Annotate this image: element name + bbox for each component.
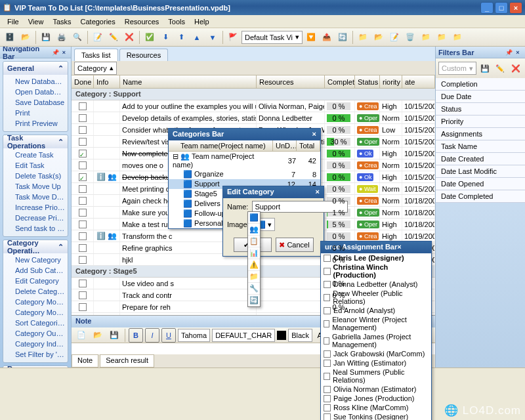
nav-link[interactable]: New Database … — [15, 76, 65, 87]
resource-checkbox[interactable] — [324, 373, 330, 380]
nav-link[interactable]: Edit Task — [15, 160, 65, 171]
pin-icon[interactable]: 📌 — [51, 48, 60, 57]
nav-link[interactable]: Category Move Down — [15, 307, 65, 318]
col-date[interactable]: ate — [402, 75, 435, 88]
filter-field[interactable]: Due Date — [436, 91, 525, 103]
done-checkbox[interactable] — [79, 138, 87, 146]
resource-checkbox[interactable] — [324, 268, 331, 275]
iconopt-6[interactable]: 📁 — [248, 271, 260, 283]
new-db-icon[interactable]: 🗄️ — [3, 30, 17, 45]
resource-checkbox[interactable] — [324, 404, 331, 411]
iconopt-3[interactable]: 📋 — [248, 236, 260, 247]
note-new-icon[interactable]: 📄 — [74, 328, 89, 343]
resource-checkbox[interactable] — [324, 350, 331, 358]
note-tab-search[interactable]: Search result — [100, 354, 154, 368]
filter-del-icon[interactable]: ❌ — [509, 61, 522, 75]
info-icon[interactable]: ℹ️ 👥 — [96, 173, 117, 181]
nav-group-header[interactable]: Category Operati…⌃ — [3, 240, 68, 253]
done-checkbox[interactable] — [79, 232, 87, 240]
resource-checkbox[interactable] — [324, 413, 331, 421]
nav-link[interactable]: Print Preview — [15, 118, 65, 129]
filter-field[interactable]: Date Last Modific — [436, 165, 525, 178]
menu-view[interactable]: View — [24, 16, 49, 27]
menu-tools[interactable]: Tools — [163, 16, 190, 27]
nav-link[interactable]: Add Sub Category — [15, 265, 65, 276]
menu-categories[interactable]: Categories — [76, 16, 120, 27]
editcat-close-icon[interactable]: × — [316, 188, 320, 197]
done-checkbox[interactable] — [79, 150, 87, 158]
nav-link[interactable]: New Category — [15, 255, 65, 265]
done-checkbox[interactable] — [79, 126, 87, 134]
nav-link[interactable]: Create Task — [15, 150, 65, 160]
iconopt-4[interactable]: 📊 — [248, 247, 260, 259]
resource-item[interactable]: Paige Jones (Production) — [321, 394, 431, 403]
iconopt-5[interactable]: ⚠️ — [248, 259, 260, 271]
filter-field[interactable]: Assignments — [436, 128, 525, 140]
resource-checkbox[interactable] — [324, 320, 329, 327]
collapse-icon[interactable]: ⌃ — [58, 64, 64, 73]
filter-save-icon[interactable]: 💾 — [478, 61, 492, 75]
nav-link[interactable]: Task Move Up — [15, 181, 65, 192]
nav-link[interactable]: Category Indent — [15, 339, 65, 349]
nav-link[interactable]: Open Database … — [15, 87, 65, 97]
group-by-combo[interactable]: Category ▴ — [74, 62, 117, 75]
edit-task-icon[interactable]: ✏️ — [106, 30, 121, 45]
done-checkbox[interactable] — [79, 114, 87, 122]
done-checkbox[interactable] — [79, 256, 87, 264]
nav-group-header[interactable]: Resource Operati…⌃ — [3, 366, 68, 368]
delete-task-icon[interactable]: ❌ — [122, 30, 136, 45]
filter-edit-icon[interactable]: ✏️ — [494, 61, 507, 75]
nav-link[interactable]: Decrease Priority — [15, 213, 65, 223]
font-combo[interactable]: Tahoma — [178, 329, 210, 342]
resource-item[interactable]: Jack Grabowski (MarComm) — [321, 349, 431, 358]
resource-checkbox[interactable] — [324, 386, 331, 393]
nav-link[interactable]: Delete Task(s) — [15, 171, 65, 181]
col-name[interactable]: Name — [120, 75, 257, 88]
filters-close-icon[interactable]: × — [513, 48, 522, 57]
filters-pin-icon[interactable]: 📌 — [504, 48, 513, 57]
filter-field[interactable]: Priority — [436, 116, 525, 128]
up-icon[interactable]: ⬆ — [174, 30, 188, 45]
minimize-button[interactable]: _ — [480, 2, 494, 14]
category-row[interactable]: Category : Support — [72, 89, 435, 100]
nav-link[interactable]: Print — [15, 108, 65, 118]
info-icon[interactable]: ℹ️ 👥 — [96, 232, 117, 240]
underline-button[interactable]: U — [161, 328, 176, 343]
pri-up-icon[interactable]: ▲ — [190, 30, 204, 45]
col-resources[interactable]: Resources — [257, 75, 325, 88]
nav-link[interactable]: Sort Categories — [15, 318, 65, 328]
col-complete[interactable]: Complete — [325, 75, 355, 88]
note-tab-note[interactable]: Note — [72, 354, 98, 368]
filter-field[interactable]: Status — [436, 103, 525, 116]
nav-link[interactable]: Set Filter by 'Support' — [15, 349, 65, 360]
filter-field[interactable]: Date Opened — [436, 178, 525, 190]
charset-combo[interactable]: DEFAULT_CHAR — [212, 329, 275, 342]
resource-item[interactable]: Ross Kline (MarComm) — [321, 403, 431, 412]
flag-icon[interactable]: 🚩 — [226, 30, 240, 45]
done-checkbox[interactable] — [79, 161, 87, 169]
done-checkbox[interactable] — [79, 173, 87, 181]
catbar-close-icon[interactable]: × — [312, 130, 316, 139]
filter-field[interactable]: Completion — [436, 78, 525, 91]
nav-group-header[interactable]: General⌃ — [3, 62, 68, 75]
cat-new-icon[interactable]: 📁 — [356, 30, 370, 45]
new-task-icon[interactable]: 📝 — [91, 30, 105, 45]
done-checkbox[interactable] — [79, 102, 87, 110]
nav-link[interactable]: Category Outdent — [15, 328, 65, 339]
done-checkbox[interactable] — [79, 280, 87, 287]
nav-link[interactable]: Increase Priority — [15, 202, 65, 213]
resource-item[interactable]: Olivia Norman (Estimator) — [321, 385, 431, 394]
category-tree-row[interactable]: 🟦 Organize78 — [169, 169, 320, 179]
task-row[interactable]: Add to your outline the examples you wil… — [72, 100, 435, 112]
menu-resources[interactable]: Resources — [120, 16, 164, 27]
cat-sub-icon[interactable]: 📂 — [371, 30, 386, 45]
done-checkbox[interactable] — [79, 209, 87, 217]
collapse-icon[interactable]: ⌃ — [58, 243, 64, 251]
close-button[interactable]: × — [509, 2, 522, 14]
resource-checkbox[interactable] — [324, 360, 331, 367]
cat-edit-icon[interactable]: 📝 — [387, 30, 402, 45]
iconopt-1[interactable]: 🟦 — [248, 212, 260, 224]
filter-field[interactable]: Task Name — [436, 140, 525, 153]
resource-item[interactable]: Christina Winch (Production) — [321, 262, 431, 280]
open-db-icon[interactable]: 📂 — [18, 30, 33, 45]
